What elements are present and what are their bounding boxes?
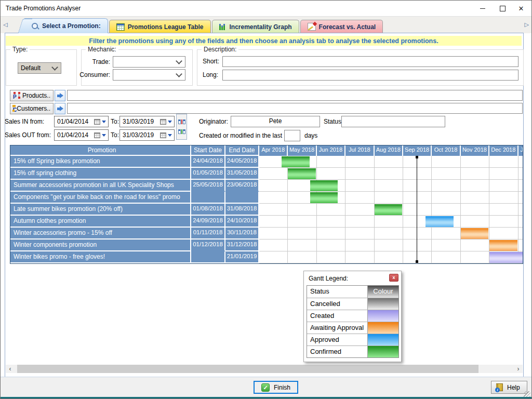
start-date-cell	[191, 251, 225, 263]
customers-filter-input[interactable]	[67, 103, 523, 114]
minimize-button[interactable]	[473, 1, 492, 16]
dropdown-arrow-icon	[102, 134, 106, 137]
start-date-column-header[interactable]: Start Date	[191, 145, 225, 156]
gantt-bar[interactable]	[489, 252, 523, 263]
gantt-row[interactable]: Winter components promotion 01/12/2018 3…	[10, 240, 523, 251]
sales-out-from-field[interactable]: 01/04/2014	[54, 129, 109, 141]
originator-label: Originator:	[199, 118, 228, 125]
end-date-column-header[interactable]: End Date	[225, 145, 259, 156]
products-apply-button[interactable]	[55, 90, 65, 101]
gantt-chart-cell	[259, 240, 523, 251]
tab-label: Select a Promotion:	[42, 22, 101, 30]
legend-close-button[interactable]: x	[389, 274, 398, 282]
legend-row: Cancelled	[307, 298, 398, 310]
gantt-row[interactable]: Summer accessories promotion in all UK S…	[10, 180, 523, 192]
promotion-cell[interactable]: Late summer bikes promotion (20% off)	[10, 204, 191, 216]
start-date-cell: 24/04/2018	[191, 156, 225, 168]
month-header: Jul 2018	[345, 145, 374, 156]
customers-apply-button[interactable]	[55, 103, 65, 114]
gantt-row[interactable]: Winter accessories promo - 15% off 01/11…	[10, 228, 523, 240]
sales-in-from-field[interactable]: 01/04/2014	[54, 116, 109, 127]
gantt-bar[interactable]	[425, 216, 454, 227]
long-description-input[interactable]	[222, 70, 518, 81]
gantt-bar[interactable]	[375, 204, 403, 215]
legend-status-label: Confirmed	[307, 346, 368, 357]
promotions-gantt-table: Promotion Start Date End Date Apr 2018 M…	[10, 145, 523, 264]
gantt-chart-cell	[259, 168, 523, 180]
tab-forecast-vs-actual[interactable]: Forecast vs. Actual	[300, 20, 383, 33]
gantt-row[interactable]: Autumn clothes promotion 24/09/2018 24/1…	[10, 216, 523, 228]
legend-status-label: Created	[307, 310, 368, 322]
gantt-row[interactable]: 15% off spring clothing 01/05/2018 31/05…	[10, 168, 523, 180]
sales-out-to-field[interactable]: 31/03/2019	[119, 129, 175, 141]
scrollbar-left-arrow[interactable]: ‹	[6, 365, 15, 373]
promotion-cell[interactable]: Winter bikes promo - free gloves!	[10, 251, 191, 263]
month-header: Dec 2018	[489, 145, 518, 156]
short-description-input[interactable]	[222, 56, 518, 67]
tab-promotions-league-table[interactable]: Promotions League Table	[109, 20, 211, 33]
tab-scroll-right-icon[interactable]: ▷	[525, 21, 529, 28]
tab-strip: ◁ ▷ Select a Promotion: Promotions Leagu…	[1, 16, 531, 33]
promotion-cell[interactable]: Winter accessories promo - 15% off	[10, 228, 191, 240]
gantt-row[interactable]: 15% off Spring bikes promotion 24/04/201…	[10, 156, 523, 168]
gantt-legend-window[interactable]: Gantt Legend: x Status Colour Cancelled …	[303, 271, 402, 362]
consumer-dropdown[interactable]	[113, 69, 185, 81]
help-button[interactable]: i Help	[491, 381, 527, 394]
sales-out-to-label: To:	[111, 131, 119, 139]
start-date-cell: 01/11/2018	[191, 228, 225, 240]
copy-dates-button[interactable]	[176, 114, 187, 140]
promotion-cell[interactable]: Autumn clothes promotion	[10, 216, 191, 228]
month-headers: Apr 2018 May 2018 Jun 2018 Jul 2018 Aug …	[259, 145, 523, 156]
tab-scroll-left-icon[interactable]: ◁	[3, 21, 7, 28]
gantt-row[interactable]: Late summer bikes promotion (20% off) 01…	[10, 204, 523, 216]
legend-status-label: Awaiting Approval	[307, 322, 368, 334]
tabs: Select a Promotion: Promotions League Ta…	[18, 18, 384, 33]
originator-input[interactable]: Pete	[231, 116, 320, 127]
products-filter-input[interactable]	[67, 90, 523, 101]
promotion-column-header[interactable]: Promotion	[10, 145, 191, 156]
window-title: Trade Promotions Analyser	[6, 5, 81, 12]
modified-days-suffix: days	[304, 132, 317, 139]
finish-button[interactable]: ✓ Finish	[254, 381, 298, 394]
gantt-bar[interactable]	[282, 156, 310, 167]
legend-status-label: Cancelled	[307, 298, 368, 310]
promotion-cell[interactable]: 15% off Spring bikes promotion	[10, 156, 191, 168]
instruction-text: Filter the promotions using any of the f…	[89, 37, 438, 45]
gantt-bar[interactable]	[288, 168, 316, 179]
search-icon	[31, 22, 39, 30]
customers-button[interactable]: C Customers..	[10, 103, 54, 114]
gantt-chart-cell	[259, 216, 523, 228]
horizontal-scrollbar[interactable]: ‹ ›	[6, 365, 523, 373]
gantt-chart-cell	[259, 192, 523, 204]
gantt-bar[interactable]	[461, 228, 489, 239]
close-button[interactable]: ✕	[512, 1, 530, 16]
help-book-icon: i	[496, 383, 503, 391]
trade-dropdown[interactable]	[113, 56, 185, 68]
gantt-bar[interactable]	[310, 192, 338, 203]
month-header: May 2018	[288, 145, 316, 156]
gantt-row[interactable]: Components "get your bike back on the ro…	[10, 192, 523, 204]
promotion-cell[interactable]: Components "get your bike back on the ro…	[10, 192, 191, 204]
sales-out-label: Sales OUT from:	[5, 131, 51, 139]
sales-in-to-field[interactable]: 31/03/2019	[119, 116, 175, 127]
modified-days-input[interactable]	[284, 130, 300, 141]
maximize-button[interactable]	[493, 1, 512, 16]
scrollbar-thumb[interactable]	[17, 365, 478, 373]
scrollbar-right-arrow[interactable]: ›	[514, 365, 523, 373]
promotion-cell[interactable]: 15% off spring clothing	[10, 168, 191, 180]
tab-select-a-promotion[interactable]: Select a Promotion:	[24, 18, 108, 33]
gantt-bar[interactable]	[489, 240, 517, 251]
finish-button-label: Finish	[274, 384, 290, 391]
calendar-pair-red-icon	[178, 119, 185, 124]
resize-grip[interactable]	[524, 391, 530, 398]
products-button[interactable]: P Products..	[10, 90, 54, 101]
tab-incrementality-graph[interactable]: Incrementality Graph	[212, 20, 299, 33]
month-header: Apr 2018	[259, 145, 288, 156]
promotion-cell[interactable]: Summer accessories promotion in all UK S…	[10, 180, 191, 192]
status-input[interactable]	[341, 116, 445, 127]
promotion-cell[interactable]: Winter components promotion	[10, 240, 191, 251]
type-dropdown[interactable]: Default	[18, 62, 61, 74]
gantt-row[interactable]: Winter bikes promo - free gloves! 21/01/…	[10, 251, 523, 263]
gantt-bar[interactable]	[310, 180, 338, 191]
tab-label: Incrementality Graph	[230, 23, 292, 31]
